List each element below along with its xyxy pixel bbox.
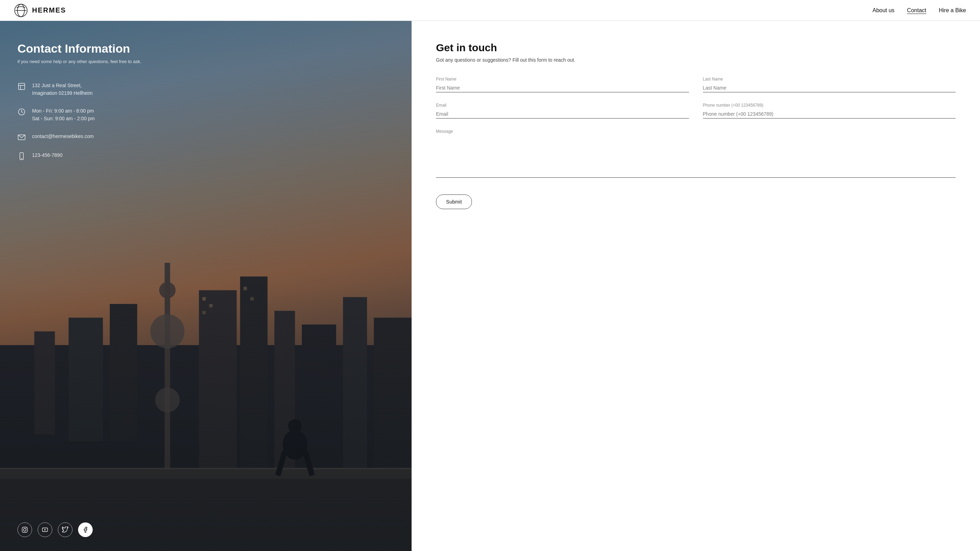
logo[interactable]: HERMES [14, 3, 66, 18]
email-text: contact@hermesebikes.com [32, 132, 94, 140]
phone-input[interactable] [703, 110, 956, 118]
contact-form-panel: Get in touch Got any questions or sugges… [412, 21, 980, 551]
social-icons [18, 522, 394, 537]
logo-icon [14, 3, 28, 18]
contact-info-panel: Contact Information if you need some hel… [0, 21, 412, 551]
email-label: Email [436, 103, 689, 108]
form-subtitle: Got any questions or suggestions? Fill o… [436, 57, 956, 63]
logo-text: HERMES [32, 6, 66, 14]
first-name-label: First Name [436, 76, 689, 81]
last-name-input[interactable] [703, 84, 956, 92]
youtube-icon[interactable] [38, 522, 52, 537]
name-row: First Name Last Name [436, 76, 956, 92]
submit-button[interactable]: Submit [436, 194, 472, 209]
address-text: 132 Just a Real Street, Imagination 0219… [32, 81, 93, 97]
first-name-group: First Name [436, 76, 689, 92]
phone-group: Phone number (+00 123456789) [703, 103, 956, 118]
nav-contact[interactable]: Contact [907, 7, 926, 14]
contact-row: Email Phone number (+00 123456789) [436, 103, 956, 118]
twitter-icon[interactable] [58, 522, 73, 537]
hours-item: Mon - Fri: 9:00 am - 8:00 pm Sat - Sun: … [18, 107, 394, 123]
main-wrapper: Contact Information if you need some hel… [0, 21, 980, 551]
first-name-input[interactable] [436, 84, 689, 92]
navbar: HERMES About us Contact Hire a Bike [0, 0, 980, 21]
nav-hire[interactable]: Hire a Bike [939, 7, 966, 14]
contact-info-content: Contact Information if you need some hel… [18, 42, 394, 160]
contact-info-title: Contact Information [18, 42, 394, 56]
form-title: Get in touch [436, 42, 956, 54]
contact-details: 132 Just a Real Street, Imagination 0219… [18, 81, 394, 160]
email-input[interactable] [436, 110, 689, 118]
svg-rect-29 [19, 83, 25, 89]
email-icon [18, 133, 26, 142]
contact-info-subtitle: if you need some help or any other quest… [18, 59, 394, 64]
message-input[interactable] [436, 136, 956, 178]
clock-icon [18, 108, 26, 116]
phone-label: Phone number (+00 123456789) [703, 103, 956, 108]
svg-rect-36 [22, 527, 27, 532]
email-group: Email [436, 103, 689, 118]
instagram-icon[interactable] [18, 522, 32, 537]
last-name-label: Last Name [703, 76, 956, 81]
location-icon [18, 82, 26, 91]
phone-text: 123-456-7890 [32, 151, 62, 159]
email-item: contact@hermesebikes.com [18, 132, 394, 142]
hours-text: Mon - Fri: 9:00 am - 8:00 pm Sat - Sun: … [32, 107, 95, 123]
address-item: 132 Just a Real Street, Imagination 0219… [18, 81, 394, 97]
svg-point-37 [23, 528, 26, 531]
facebook-icon[interactable] [78, 522, 93, 537]
nav-links: About us Contact Hire a Bike [872, 7, 966, 14]
message-group: Message [436, 129, 956, 179]
phone-item: 123-456-7890 [18, 151, 394, 160]
svg-marker-40 [45, 529, 46, 531]
last-name-group: Last Name [703, 76, 956, 92]
contact-form: First Name Last Name Email Phone number … [436, 76, 956, 209]
nav-about[interactable]: About us [872, 7, 894, 14]
svg-point-38 [26, 528, 27, 529]
message-label: Message [436, 129, 956, 134]
phone-icon [18, 152, 26, 160]
